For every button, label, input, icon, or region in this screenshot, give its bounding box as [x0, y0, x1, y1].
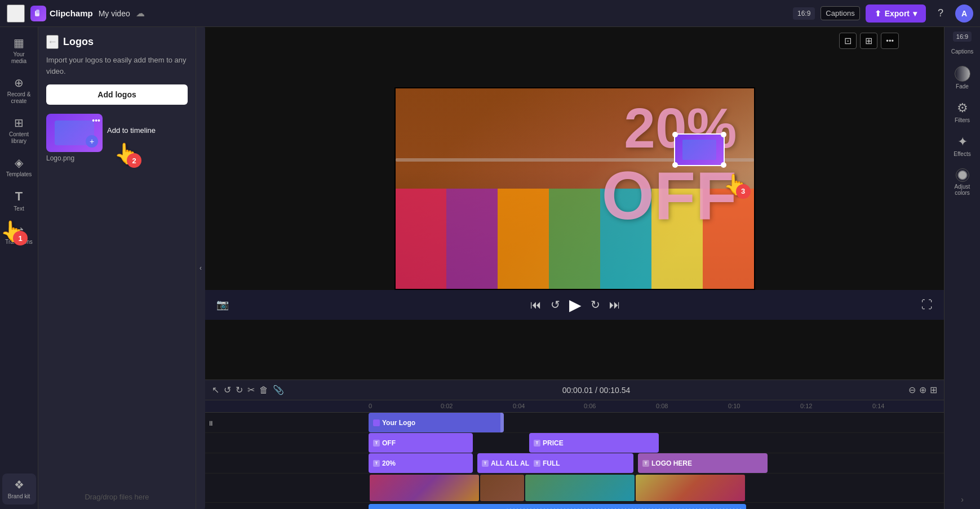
aspect-ratio-display[interactable]: 16:9 [953, 32, 972, 42]
text-track-1-content[interactable]: T OFF T PRICE [369, 433, 944, 453]
timeline-tracks-container[interactable]: 0 0:02 0:04 0:06 0:08 0:10 0:12 0:14 0:1… [205, 400, 944, 509]
right-panel-fade[interactable]: Fade [947, 61, 978, 94]
handle-tl[interactable] [672, 132, 678, 137]
20pct-clip-label: 20% [382, 459, 396, 467]
fit-button[interactable]: ⊞ [860, 33, 877, 49]
zoom-fit-button[interactable]: ⊞ [930, 385, 937, 395]
20pct-clip-icon: T [373, 460, 380, 467]
back-button[interactable]: ← [46, 35, 59, 49]
panel-description: Import your logos to easily add them to … [38, 55, 196, 84]
right-panel-effects[interactable]: ✦ Effects [947, 130, 978, 162]
video-track-row [205, 474, 944, 503]
skip-back-button[interactable]: ⏮ [530, 298, 542, 311]
sidebar-item-content-library[interactable]: ⊞ Content library [2, 111, 36, 149]
video-clip[interactable] [369, 474, 746, 502]
logo-track-content[interactable]: Your Logo [369, 413, 944, 432]
audio-clip[interactable]: ♪ Destination Happiness (30 Seconds Vers… [369, 504, 746, 509]
price-clip[interactable]: T PRICE [529, 433, 659, 453]
center-area: ⊡ ⊞ ••• [205, 27, 944, 509]
text-track-1-row: T OFF T PRICE [205, 433, 944, 453]
skip-forward-button[interactable]: ⏭ [609, 298, 620, 311]
cursor-tool-button[interactable]: ↖ [212, 385, 219, 395]
logo-overlay-inner [675, 135, 724, 165]
fullscreen-button[interactable]: ⛶ [921, 298, 933, 311]
handle-bl[interactable] [672, 162, 678, 168]
video-title[interactable]: My video [99, 9, 130, 18]
help-button[interactable]: ? [932, 5, 950, 23]
screenshot-button[interactable]: 📷 [216, 298, 229, 311]
logo-clip-label: Your Logo [382, 419, 415, 427]
cut-button[interactable]: ✂ [247, 385, 255, 395]
video-frame-3 [525, 475, 635, 501]
all-clip-icon: T [482, 460, 489, 467]
right-panel-filters[interactable]: ⚙ Filters [947, 96, 978, 128]
play-button[interactable]: ▶ [569, 296, 582, 314]
logo-item: ••• + Logo.png Add to timeline 👆 2 [46, 114, 188, 162]
hamburger-menu[interactable] [7, 5, 25, 23]
aspect-ratio-top: 16:9 [953, 32, 972, 42]
attach-button[interactable]: 📎 [273, 385, 284, 395]
collapse-panel-button[interactable]: ‹ [196, 27, 205, 509]
ruler-08: 0:08 [656, 403, 668, 409]
delete-button[interactable]: 🗑 [259, 385, 268, 395]
your-media-icon: ▦ [14, 36, 24, 50]
filters-label: Filters [955, 117, 970, 123]
off-clip-icon: T [373, 440, 380, 447]
logo-thumbnail[interactable]: ••• + [46, 114, 103, 152]
right-panel-adjust-colors[interactable]: Adjust colors [947, 164, 978, 200]
user-avatar[interactable]: A [955, 5, 973, 23]
undo-button[interactable]: ↺ [224, 385, 231, 395]
sidebar-item-your-media[interactable]: ▦ Your media [2, 32, 36, 69]
transitions-icon: ⇌ [14, 224, 24, 237]
redo-button[interactable]: ↻ [236, 385, 243, 395]
track-pause-button[interactable]: ⏸ [205, 419, 216, 427]
add-logos-button[interactable]: Add logos [46, 84, 188, 105]
logo-more-button[interactable]: ••• [92, 116, 100, 125]
templates-icon: ◈ [15, 156, 23, 169]
collapse-right-button[interactable]: › [961, 495, 964, 504]
sidebar-item-text[interactable]: T Text [2, 185, 36, 217]
crop-button[interactable]: ⊡ [839, 33, 857, 49]
main-layout: ▦ Your media ⊕ Record & create ⊞ Content… [0, 27, 980, 509]
zoom-in-button[interactable]: ⊕ [919, 385, 926, 395]
sidebar-item-brand-kit[interactable]: ❖ Brand kit [2, 474, 36, 504]
audio-track-content[interactable]: ♪ Destination Happiness (30 Seconds Vers… [369, 503, 944, 509]
sidebar-item-transitions[interactable]: ⇌ Transitions [2, 219, 36, 250]
sidebar-label-content-library: Content library [6, 131, 33, 145]
export-button[interactable]: ⬆ Export ▾ [866, 5, 926, 23]
zoom-out-button[interactable]: ⊖ [908, 385, 916, 395]
full-clip[interactable]: T FULL [529, 453, 633, 473]
handle-tr[interactable] [721, 132, 726, 137]
handle-br[interactable] [721, 162, 726, 168]
add-to-timeline-button[interactable]: + [86, 135, 98, 148]
more-button[interactable]: ••• [881, 33, 899, 49]
text-track-2-content[interactable]: T 20% T ALL ALL ALL A T FULL T [369, 453, 944, 473]
logos-panel: ← Logos Import your logos to easily add … [38, 27, 196, 509]
fast-forward-button[interactable]: ↻ [591, 298, 600, 311]
logo-clip[interactable]: Your Logo [369, 413, 504, 432]
logo-overlay-selected[interactable] [674, 133, 725, 166]
sidebar-item-record-create[interactable]: ⊕ Record & create [2, 72, 36, 109]
panel-header: ← Logos [38, 27, 196, 55]
fade-label: Fade [956, 83, 969, 90]
rewind-button[interactable]: ↺ [551, 298, 560, 311]
captions-label-right[interactable]: Captions [951, 48, 973, 55]
captions-button[interactable]: Captions [821, 6, 859, 20]
logo-here-clip-label: LOGO HERE [651, 459, 692, 467]
video-track-content[interactable] [369, 474, 944, 502]
off-clip[interactable]: T OFF [369, 433, 473, 453]
20pct-clip[interactable]: T 20% [369, 453, 473, 473]
clip-resize-handle-right[interactable] [500, 413, 504, 432]
aspect-ratio-selector[interactable]: 16:9 [793, 7, 815, 20]
logo-here-clip-icon: T [642, 460, 649, 467]
full-clip-label: FULL [543, 459, 560, 467]
logo-overlay-thumb [682, 140, 716, 160]
drag-drop-area[interactable]: Drag/drop files here [38, 485, 196, 509]
playback-controls: 📷 ⏮ ↺ ▶ ↻ ⏭ ⛶ [205, 290, 944, 320]
off-clip-label: OFF [382, 439, 396, 447]
sidebar-label-your-media: Your media [6, 51, 33, 65]
sidebar-item-templates[interactable]: ◈ Templates [2, 151, 36, 182]
logo-here-clip[interactable]: T LOGO HERE [638, 453, 768, 473]
topbar: Clipchamp My video ☁ 16:9 Captions ⬆ Exp… [0, 0, 980, 27]
topbar-left: Clipchamp My video ☁ [7, 5, 145, 23]
